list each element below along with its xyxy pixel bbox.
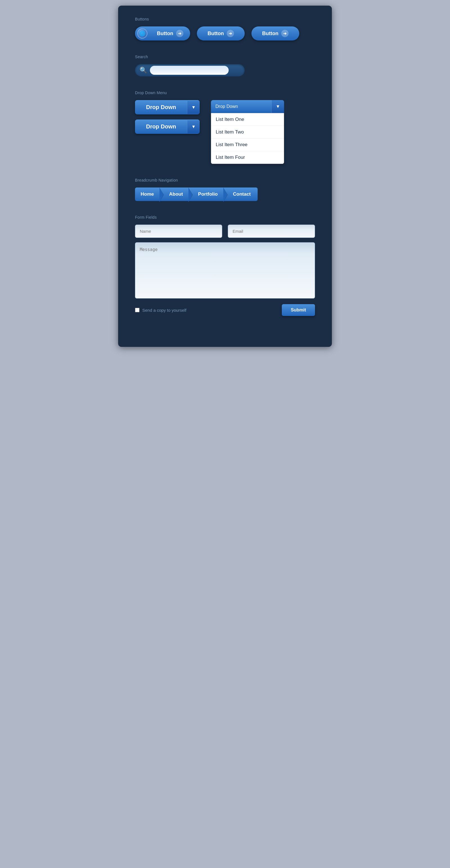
breadcrumb-contact[interactable]: Contact: [227, 187, 257, 201]
button-3[interactable]: Button ➔: [251, 26, 299, 40]
list-item-3[interactable]: List Item Three: [211, 138, 284, 151]
breadcrumb-nav: Home About Portfolio Contact: [135, 187, 258, 201]
copy-checkbox-label[interactable]: Send a copy to yourself: [135, 308, 186, 313]
button-1-label: Button: [157, 31, 173, 36]
search-icon: 🔍: [140, 67, 147, 74]
dropdown-section: Drop Down Menu Drop Down ▼ Drop Down ▼ D…: [135, 91, 315, 164]
submit-button[interactable]: Submit: [282, 304, 315, 316]
dropdown-open: Drop Down ▼ List Item One List Item Two …: [211, 100, 284, 164]
globe-icon: 🌐: [137, 28, 147, 38]
buttons-section: Buttons 🌐 Button ➔ Button ➔ Button ➔: [135, 17, 315, 40]
search-label: Search: [135, 55, 315, 59]
dropdowns-row: Drop Down ▼ Drop Down ▼ Drop Down ▼ List…: [135, 100, 315, 164]
dropdown-label: Drop Down Menu: [135, 91, 315, 95]
dropdown-2-label: Drop Down: [135, 120, 187, 134]
list-item-4[interactable]: List Item Four: [211, 151, 284, 164]
name-input[interactable]: [135, 225, 222, 238]
message-textarea[interactable]: [135, 242, 315, 299]
button-1[interactable]: 🌐 Button ➔: [135, 26, 190, 40]
form-section: Form Fields Send a copy to yourself Subm…: [135, 215, 315, 316]
dropdown-1-label: Drop Down: [135, 100, 187, 115]
list-item-1[interactable]: List Item One: [211, 113, 284, 126]
email-input[interactable]: [228, 225, 315, 238]
form-row-1: [135, 225, 315, 238]
dropdown-open-chevron: ▼: [271, 100, 284, 113]
list-item-2[interactable]: List Item Two: [211, 126, 284, 138]
dropdown-closed-2[interactable]: Drop Down ▼: [135, 120, 200, 134]
breadcrumb-portfolio[interactable]: Portfolio: [192, 187, 223, 201]
dropdown-1-chevron: ▼: [187, 101, 200, 114]
button-2[interactable]: Button ➔: [197, 26, 245, 40]
dropdown-closed-1[interactable]: Drop Down ▼: [135, 100, 200, 115]
button-3-label: Button: [262, 31, 278, 36]
search-section: Search 🔍: [135, 55, 315, 76]
dropdown-2-chevron: ▼: [187, 120, 200, 133]
button-3-arrow: ➔: [281, 30, 289, 37]
search-input[interactable]: [150, 66, 229, 75]
button-1-arrow: ➔: [176, 30, 183, 37]
breadcrumb-about[interactable]: About: [163, 187, 188, 201]
main-panel: Buttons 🌐 Button ➔ Button ➔ Button ➔ Sea…: [118, 6, 332, 347]
copy-checkbox[interactable]: [135, 308, 140, 312]
search-bar: 🔍: [135, 64, 245, 76]
form-bottom: Send a copy to yourself Submit: [135, 304, 315, 316]
buttons-row: 🌐 Button ➔ Button ➔ Button ➔: [135, 26, 315, 40]
form-label: Form Fields: [135, 215, 315, 220]
breadcrumb-section: Breadcrumb Navigation Home About Portfol…: [135, 178, 315, 201]
dropdown-open-label: Drop Down: [211, 100, 271, 113]
buttons-label: Buttons: [135, 17, 315, 21]
breadcrumb-home[interactable]: Home: [135, 187, 159, 201]
dropdown-left-col: Drop Down ▼ Drop Down ▼: [135, 100, 200, 134]
dropdown-list: List Item One List Item Two List Item Th…: [211, 113, 284, 164]
button-2-label: Button: [208, 31, 224, 36]
breadcrumb-label: Breadcrumb Navigation: [135, 178, 315, 182]
copy-label-text: Send a copy to yourself: [142, 308, 186, 313]
button-2-arrow: ➔: [227, 30, 234, 37]
dropdown-open-header[interactable]: Drop Down ▼: [211, 100, 284, 113]
